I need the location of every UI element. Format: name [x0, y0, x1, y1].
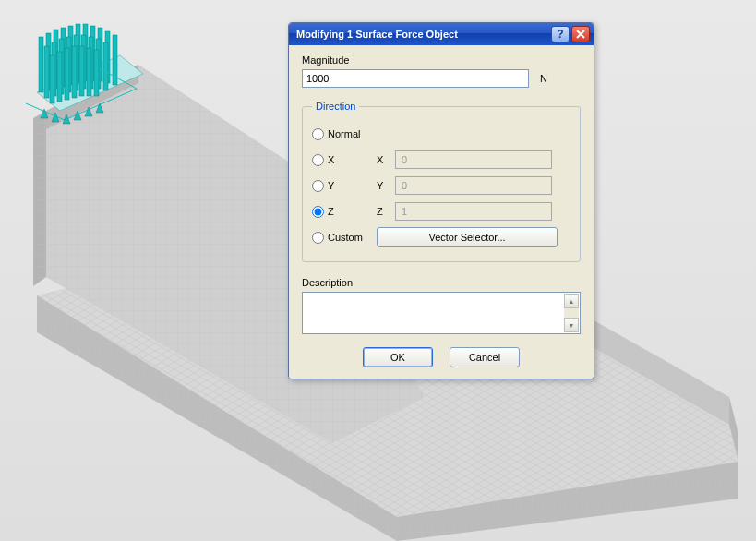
magnitude-input[interactable]: [302, 69, 529, 88]
surface-force-dialog: Modifying 1 Surface Force Object ? Magni…: [288, 22, 594, 379]
vector-y-field: [395, 176, 552, 195]
close-icon: [576, 30, 585, 39]
radio-z[interactable]: Z: [312, 206, 377, 218]
svg-rect-34: [50, 55, 54, 103]
radio-custom-label: Custom: [328, 232, 363, 243]
radio-normal[interactable]: Normal: [312, 128, 377, 140]
svg-rect-37: [72, 46, 77, 98]
magnitude-label: Magnitude: [302, 54, 581, 66]
radio-x-input[interactable]: [312, 154, 324, 166]
ok-button[interactable]: OK: [363, 347, 433, 367]
svg-rect-38: [79, 46, 84, 96]
vector-x-field: [395, 150, 552, 169]
vector-z-field: [395, 202, 552, 221]
radio-z-input[interactable]: [312, 206, 324, 218]
svg-rect-40: [94, 50, 99, 96]
radio-y-label: Y: [328, 180, 334, 191]
scroll-down-icon[interactable]: ▾: [564, 318, 579, 332]
axis-z-label: Z: [377, 206, 395, 217]
radio-y[interactable]: Y: [312, 180, 377, 192]
description-label: Description: [302, 277, 581, 288]
vector-selector-button[interactable]: Vector Selector...: [377, 227, 558, 247]
magnitude-unit: N: [540, 73, 547, 84]
radio-z-label: Z: [328, 206, 334, 217]
radio-custom-input[interactable]: [312, 232, 324, 244]
cancel-button[interactable]: Cancel: [450, 347, 520, 367]
axis-x-label: X: [377, 154, 395, 165]
svg-rect-33: [103, 42, 108, 90]
scroll-up-icon[interactable]: ▴: [564, 294, 579, 308]
axis-y-label: Y: [377, 180, 395, 191]
svg-rect-35: [57, 52, 62, 102]
svg-rect-25: [44, 46, 49, 98]
radio-x-label: X: [328, 154, 334, 165]
svg-rect-36: [65, 48, 69, 100]
svg-rect-14: [39, 37, 43, 92]
close-button[interactable]: [571, 26, 590, 42]
radio-custom[interactable]: Custom: [312, 232, 377, 244]
svg-marker-12: [33, 111, 46, 286]
dialog-titlebar[interactable]: Modifying 1 Surface Force Object ?: [289, 23, 594, 45]
help-button[interactable]: ?: [551, 26, 570, 42]
radio-x[interactable]: X: [312, 154, 377, 166]
svg-rect-39: [87, 48, 91, 96]
description-scrollbar[interactable]: ▴ ▾: [564, 294, 579, 332]
dialog-title: Modifying 1 Surface Force Object: [296, 29, 549, 40]
direction-group: Direction Normal X X Y: [302, 101, 581, 262]
radio-y-input[interactable]: [312, 180, 324, 192]
direction-legend: Direction: [312, 101, 359, 112]
description-textarea[interactable]: ▴ ▾: [302, 292, 581, 334]
radio-normal-label: Normal: [328, 128, 360, 139]
radio-normal-input[interactable]: [312, 128, 324, 140]
